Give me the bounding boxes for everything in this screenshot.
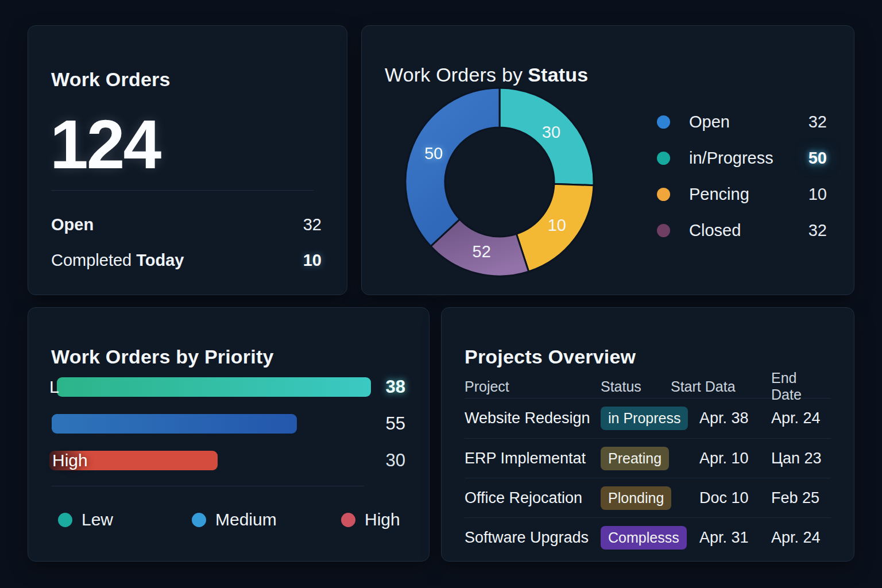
priority-chart-card: Work Orders by Priority L 38 55 High 30 … [28,307,430,562]
stat-label: Open [51,215,94,235]
priority-bar-low[interactable] [57,377,371,397]
status-legend: Open 32 in/Progress 50 Pencing 10 Closed… [657,104,827,249]
stat-value: 32 [303,215,322,235]
work-orders-card: Work Orders 124 Open 32 CompletedToday 1… [28,25,347,295]
priority-legend-high[interactable]: High [341,510,400,529]
legend-dot [192,513,206,527]
legend-dot [657,224,670,237]
priority-chart-title: Work Orders by Priority [51,347,274,366]
donut-slice-value: 10 [548,216,566,234]
start-date: Apr. 38 [671,409,771,427]
legend-dot [58,513,72,527]
projects-overview-card: Projects Overview Project Status Start D… [441,307,854,562]
priority-bar-row-high: High 30 [28,451,429,470]
priority-legend-low[interactable]: Lew [58,510,113,529]
donut-slice-value: 30 [542,123,560,141]
legend-item-in-progress[interactable]: in/Progress 50 [657,140,827,176]
legend-dot [657,115,670,129]
status-chart-title: Work Orders byStatus [385,65,588,84]
legend-label: in/Progress [689,149,773,168]
legend-value: 32 [808,221,827,240]
legend-label: Open [689,113,730,131]
legend-label: Closed [689,221,741,240]
stat-label: CompletedToday [51,250,184,270]
column-header-start: Start Data [671,378,771,395]
priority-legend-medium[interactable]: Medium [192,510,277,529]
donut-slice[interactable] [405,88,500,246]
legend-dot [657,188,670,201]
divider [51,190,314,191]
end-date: Apr. 24 [771,409,831,427]
column-header-project: Project [465,378,601,395]
priority-bar-medium[interactable] [52,414,297,434]
stat-row-completed-today: CompletedToday 10 [51,250,322,270]
status-chart-card: Work Orders byStatus 30105250 Open 32 in… [361,25,854,295]
legend-item-open[interactable]: Open 32 [657,104,827,140]
project-name: Website Redesign [465,409,601,427]
legend-dot [341,513,355,527]
bar-label: L [49,377,59,397]
status-badge: Plonding [601,486,671,510]
start-date: Apr. 31 [671,529,771,547]
legend-value: 32 [808,113,827,131]
work-orders-total: 124 [50,110,160,179]
start-date: Doc 10 [671,489,771,507]
divider [51,486,364,486]
status-badge: Preating [601,447,669,470]
bar-label: High [52,451,88,470]
table-row[interactable]: Office Rejocation Plonding Doc 10 Feb 25 [465,478,831,517]
bar-value: 30 [386,451,405,470]
end-date: Цan 23 [771,450,831,467]
legend-label: High [365,510,400,529]
column-header-end: End Date [771,370,831,403]
legend-item-closed[interactable]: Closed 32 [657,212,827,249]
legend-label: Pencing [689,185,749,204]
table-row[interactable]: Software Upgrads Complesss Apr. 31 Apr. … [465,517,831,557]
table-row[interactable]: Website Redesign in Propress Apr. 38 Apr… [465,399,831,438]
stat-value: 10 [303,250,322,270]
project-name: Software Upgrads [465,529,601,547]
table-header-row: Project Status Start Data End Date [465,370,831,399]
legend-value: 50 [808,149,827,168]
work-orders-title: Work Orders [51,69,171,89]
priority-bar-row-low: L 38 [28,377,429,397]
end-date: Apr. 24 [771,529,831,547]
priority-bar-row-medium: 55 [28,414,429,434]
legend-label: Medium [215,510,277,529]
legend-label: Lew [82,510,113,529]
donut-slice-value: 52 [473,242,491,261]
status-donut-chart: 30105250 [402,84,597,280]
donut-slice-value: 50 [424,144,443,163]
legend-value: 10 [808,185,827,204]
start-date: Apr. 10 [671,450,771,467]
stat-row-open: Open 32 [51,215,322,235]
legend-item-pending[interactable]: Pencing 10 [657,176,827,212]
bar-value: 38 [386,377,405,397]
column-header-status: Status [601,378,671,395]
projects-overview-title: Projects Overview [465,347,636,366]
bar-value: 55 [386,414,405,434]
donut-svg: 30105250 [402,84,597,280]
dashboard: Work Orders 124 Open 32 CompletedToday 1… [0,0,882,588]
legend-dot [657,152,670,165]
project-name: ERP Implementat [465,450,601,467]
table-row[interactable]: ERP Implementat Preating Apr. 10 Цan 23 [465,438,831,478]
end-date: Feb 25 [771,489,831,507]
projects-table: Project Status Start Data End Date Websi… [465,370,831,557]
project-name: Office Rejocation [465,489,601,507]
